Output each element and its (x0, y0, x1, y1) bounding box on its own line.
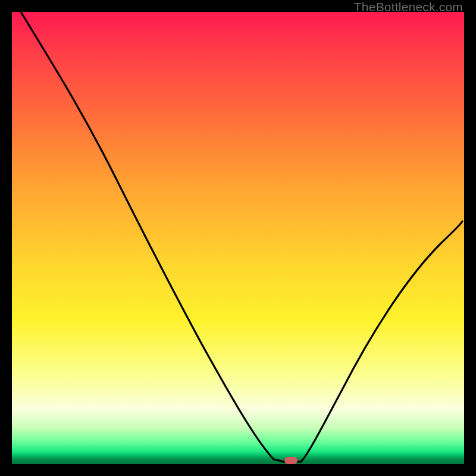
bottleneck-curve-layer (12, 12, 464, 464)
watermark-text: TheBottleneck.com (354, 0, 463, 14)
sweet-spot-marker (284, 457, 298, 464)
curve-left-arm (21, 12, 284, 462)
curve-right-arm (301, 221, 462, 462)
chart-frame: TheBottleneck.com (0, 0, 476, 476)
